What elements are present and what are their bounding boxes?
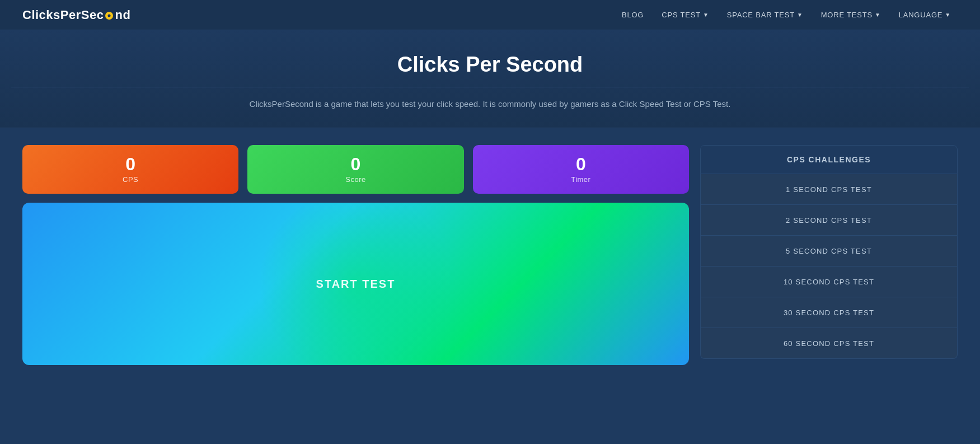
challenge-1s[interactable]: 1 SECOND CPS TEST [700,174,958,205]
timer-label: Timer [484,175,678,184]
brand-logo[interactable]: ClicksPerSecnd [22,8,130,22]
left-panel: 0 CPS 0 Score 0 Timer START TEST [22,145,689,365]
challenge-30s[interactable]: 30 SECOND CPS TEST [700,297,958,328]
click-area[interactable]: START TEST [22,203,689,365]
nav-link-language[interactable]: LANGUAGE ▼ [892,6,958,24]
stats-row: 0 CPS 0 Score 0 Timer [22,145,689,194]
nav-item-blog: BLOG [615,6,650,24]
nav-item-cps-test: CPS TEST ▼ [655,6,715,24]
challenge-10s[interactable]: 10 SECOND CPS TEST [700,267,958,297]
nav-link-cps-test[interactable]: CPS TEST ▼ [655,6,715,24]
challenge-5s[interactable]: 5 SECOND CPS TEST [700,236,958,267]
brand-dot-icon [105,12,113,20]
nav-link-more-tests[interactable]: MORE TESTS ▼ [814,6,888,24]
score-value: 0 [259,155,452,173]
caret-icon: ▼ [703,12,709,18]
score-label: Score [259,175,452,184]
right-panel: CPS CHALLENGES 1 SECOND CPS TEST 2 SECON… [700,145,958,365]
brand-text-after: nd [115,8,130,22]
main-content: 0 CPS 0 Score 0 Timer START TEST CPS CHA… [0,128,980,382]
nav-link-space-bar-test[interactable]: SPACE BAR TEST ▼ [720,6,810,24]
nav-link-blog[interactable]: BLOG [615,6,650,24]
timer-card[interactable]: 0 Timer [473,145,689,194]
challenge-2s[interactable]: 2 SECOND CPS TEST [700,205,958,236]
brand-text-before: ClicksPerSec [22,8,104,22]
caret-icon: ▼ [875,12,881,18]
nav-item-language: LANGUAGE ▼ [892,6,958,24]
page-title: Clicks Per Second [11,53,969,77]
caret-icon: ▼ [797,12,803,18]
nav-links: BLOG CPS TEST ▼ SPACE BAR TEST ▼ MORE TE… [615,6,958,24]
hero-divider [11,87,969,87]
nav-item-more-tests: MORE TESTS ▼ [814,6,888,24]
start-test-label: START TEST [316,278,396,291]
nav-item-space-bar-test: SPACE BAR TEST ▼ [720,6,810,24]
challenge-60s[interactable]: 60 SECOND CPS TEST [700,328,958,359]
cps-label: CPS [34,175,227,184]
hero-description: ClicksPerSecond is a game that lets you … [238,97,742,111]
caret-icon: ▼ [945,12,951,18]
hero-section: Clicks Per Second ClicksPerSecond is a g… [0,30,980,128]
timer-value: 0 [484,155,678,173]
score-card[interactable]: 0 Score [247,145,463,194]
cps-value: 0 [34,155,227,173]
cps-card[interactable]: 0 CPS [22,145,238,194]
challenges-header: CPS CHALLENGES [700,145,958,174]
navbar: ClicksPerSecnd BLOG CPS TEST ▼ SPACE BAR… [0,0,980,30]
challenges-title: CPS CHALLENGES [787,155,871,164]
